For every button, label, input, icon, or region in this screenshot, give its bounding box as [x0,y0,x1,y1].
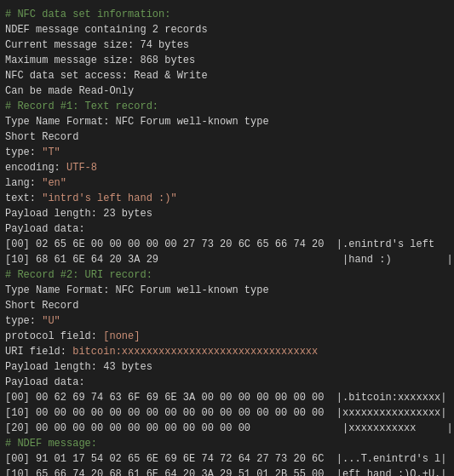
terminal-line: Maximum message size: 868 bytes [5,53,449,68]
terminal-line: [10] 65 66 74 20 68 61 6E 64 20 3A 29 51… [5,467,449,476]
terminal-line: [10] 00 00 00 00 00 00 00 00 00 00 00 00… [5,405,449,421]
terminal-line: URI field: bitcoin:xxxxxxxxxxxxxxxxxxxxx… [5,344,449,359]
terminal-line: Payload data: [5,221,449,237]
terminal-line: Payload length: 43 bytes [5,359,449,375]
terminal-line: NDEF message containing 2 records [5,22,449,37]
terminal-line: [10] 68 61 6E 64 20 3A 29 |hand :) | [5,252,449,267]
field-value: UTF-8 [60,162,97,174]
terminal-line: [00] 91 01 17 54 02 65 6E 69 6E 74 72 64… [5,451,449,467]
terminal-line: Type Name Format: NFC Forum well-known t… [5,114,449,129]
terminal-line: Payload data: [5,375,449,390]
terminal-line: encoding: UTF-8 [5,160,449,175]
terminal-line: [00] 00 62 69 74 63 6F 69 6E 3A 00 00 00… [5,390,449,405]
terminal-line: # Record #1: Text record: [5,99,449,114]
field-label: type: [5,315,36,327]
field-value: "intrd's left hand :)" [36,192,177,204]
terminal-line: Payload length: 23 bytes [5,206,449,221]
terminal-line: type: "U" [5,313,449,329]
terminal-line: Short Record [5,129,449,145]
field-value: "U" [36,315,60,327]
field-label: protocol field: [5,330,97,342]
terminal-line: Current message size: 74 bytes [5,37,449,53]
terminal-line: text: "intrd's left hand :)" [5,191,449,206]
field-label: text: [5,192,36,204]
terminal-line: # NDEF message: [5,436,449,451]
field-label: lang: [5,177,36,189]
field-value: "en" [36,177,66,189]
field-label: type: [5,146,36,158]
terminal-line: lang: "en" [5,175,449,191]
terminal-line: # NFC data set information: [5,7,449,22]
terminal-line: Short Record [5,298,449,313]
field-label: encoding: [5,162,60,174]
terminal-line: [00] 02 65 6E 00 00 00 00 00 27 73 20 6C… [5,237,449,252]
field-value: bitcoin:xxxxxxxxxxxxxxxxxxxxxxxxxxxxxxxx [66,346,318,358]
terminal-line: type: "T" [5,145,449,160]
field-value: [none] [97,330,140,342]
terminal-line: # Record #2: URI record: [5,267,449,283]
terminal-line: Can be made Read-Only [5,83,449,99]
terminal-line: protocol field: [none] [5,329,449,344]
terminal-line: [20] 00 00 00 00 00 00 00 00 00 00 00 00… [5,421,449,436]
field-value: "T" [36,146,60,158]
terminal-line: NFC data set access: Read & Write [5,68,449,83]
terminal-line: Type Name Format: NFC Forum well-known t… [5,283,449,298]
field-label: URI field: [5,346,66,358]
terminal-output: # NFC data set information:NDEF message … [5,7,449,476]
